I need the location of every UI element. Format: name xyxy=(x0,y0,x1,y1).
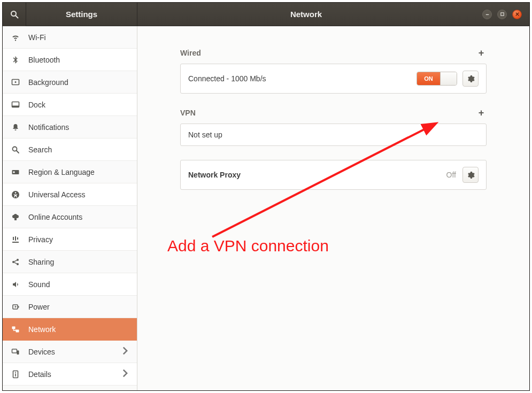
svg-rect-24 xyxy=(16,329,19,332)
vpn-status-row: Not set up xyxy=(180,124,487,146)
sidebar-item-power[interactable]: Power xyxy=(3,296,137,318)
sidebar-item-label: Power xyxy=(28,303,129,311)
wired-settings-button[interactable] xyxy=(462,71,479,87)
close-button[interactable] xyxy=(512,10,522,19)
search-button[interactable] xyxy=(3,3,26,26)
search-icon xyxy=(10,145,21,154)
main-content: Wired + Connected - 1000 Mb/s ON VPN xyxy=(137,26,529,390)
sidebar-item-label: Bluetooth xyxy=(28,56,129,64)
accessibility-icon xyxy=(10,190,21,199)
sidebar-item-label: Notifications xyxy=(28,123,129,132)
svg-line-20 xyxy=(14,262,17,263)
region-icon xyxy=(10,168,21,176)
network-proxy-row[interactable]: Network Proxy Off xyxy=(180,160,487,190)
wired-toggle[interactable]: ON xyxy=(417,72,457,86)
power-icon xyxy=(10,303,21,311)
svg-line-1 xyxy=(16,16,18,18)
plus-icon: + xyxy=(479,108,484,118)
gear-icon xyxy=(467,171,475,179)
titlebar: Settings Network xyxy=(3,3,529,26)
gear-icon xyxy=(467,75,475,83)
svg-point-18 xyxy=(17,263,19,265)
minimize-button[interactable] xyxy=(482,10,492,19)
chevron-right-icon xyxy=(121,369,129,379)
network-icon xyxy=(10,325,21,334)
sidebar-item-background[interactable]: Background xyxy=(3,71,137,94)
svg-rect-3 xyxy=(500,13,503,16)
sidebar-item-dock[interactable]: Dock xyxy=(3,94,137,116)
sidebar-item-label: Details xyxy=(28,370,113,379)
wired-section-header: Wired + xyxy=(180,48,487,58)
add-wired-button[interactable]: + xyxy=(476,48,487,58)
proxy-settings-button[interactable] xyxy=(462,167,479,183)
search-icon xyxy=(10,10,19,19)
close-icon xyxy=(515,12,520,17)
settings-window: Settings Network Wi-Fi Bluetooth xyxy=(2,2,530,391)
sidebar-item-label: Online Accounts xyxy=(28,213,129,221)
sidebar-item-label: Universal Access xyxy=(28,190,129,199)
sidebar-item-label: Search xyxy=(28,145,129,154)
toggle-on-label: ON xyxy=(417,72,440,85)
window-title: Network xyxy=(137,10,475,19)
bell-icon xyxy=(10,123,21,132)
svg-point-17 xyxy=(17,259,19,261)
bluetooth-icon xyxy=(10,56,21,64)
wired-connection-row: Connected - 1000 Mb/s ON xyxy=(180,64,487,94)
sidebar-item-label: Wi-Fi xyxy=(28,33,129,42)
vpn-label: VPN xyxy=(180,109,196,117)
sidebar-item-search[interactable]: Search xyxy=(3,138,137,161)
cloud-icon xyxy=(10,213,21,221)
sidebar-item-label: Dock xyxy=(28,101,129,109)
sidebar-item-network[interactable]: Network xyxy=(3,318,137,341)
svg-rect-9 xyxy=(12,105,19,107)
sidebar-item-wifi[interactable]: Wi-Fi xyxy=(3,26,137,49)
sidebar-item-details[interactable]: Details xyxy=(3,363,137,386)
sidebar-item-universal-access[interactable]: Universal Access xyxy=(3,183,137,206)
network-proxy-label: Network Proxy xyxy=(188,171,446,179)
sidebar-item-label: Network xyxy=(28,325,129,334)
svg-rect-23 xyxy=(12,326,16,329)
privacy-icon xyxy=(10,235,21,244)
sidebar-item-label: Background xyxy=(28,78,129,87)
sidebar-item-sound[interactable]: Sound xyxy=(3,273,137,296)
sidebar-item-devices[interactable]: Devices xyxy=(3,341,137,363)
sidebar-item-region[interactable]: Region & Language xyxy=(3,161,137,183)
sharing-icon xyxy=(10,258,21,266)
vpn-status-text: Not set up xyxy=(188,130,479,139)
background-icon xyxy=(10,78,21,87)
sidebar-item-online-accounts[interactable]: Online Accounts xyxy=(3,206,137,228)
wifi-icon xyxy=(10,33,21,42)
maximize-icon xyxy=(500,12,505,17)
sound-icon xyxy=(10,280,21,289)
vpn-section-header: VPN + xyxy=(180,107,487,118)
svg-point-10 xyxy=(13,147,17,151)
annotation-text: Add a VPN connection xyxy=(167,237,329,255)
sidebar-item-sharing[interactable]: Sharing xyxy=(3,251,137,273)
dock-icon xyxy=(10,101,21,109)
sidebar-item-label: Region & Language xyxy=(28,168,129,176)
details-icon xyxy=(10,370,21,379)
maximize-button[interactable] xyxy=(497,10,507,19)
chevron-right-icon xyxy=(121,346,129,357)
svg-rect-26 xyxy=(17,350,19,355)
plus-icon: + xyxy=(479,48,484,58)
window-controls xyxy=(475,10,529,19)
sidebar-item-label: Sound xyxy=(28,280,129,289)
sidebar-item-label: Sharing xyxy=(28,258,129,266)
sidebar-item-label: Privacy xyxy=(28,235,129,244)
sidebar-item-bluetooth[interactable]: Bluetooth xyxy=(3,49,137,71)
sidebar-item-privacy[interactable]: Privacy xyxy=(3,228,137,251)
svg-rect-22 xyxy=(18,306,19,307)
svg-rect-25 xyxy=(12,349,17,353)
svg-point-16 xyxy=(12,261,14,263)
sidebar-item-notifications[interactable]: Notifications xyxy=(3,116,137,138)
svg-line-11 xyxy=(17,151,19,153)
wired-status-text: Connected - 1000 Mb/s xyxy=(188,74,417,83)
minimize-icon xyxy=(485,12,490,17)
svg-line-19 xyxy=(14,260,17,261)
wired-label: Wired xyxy=(180,49,201,57)
add-vpn-button[interactable]: + xyxy=(476,107,487,118)
svg-point-7 xyxy=(15,81,17,83)
network-proxy-status: Off xyxy=(446,171,456,179)
svg-point-13 xyxy=(13,171,14,173)
